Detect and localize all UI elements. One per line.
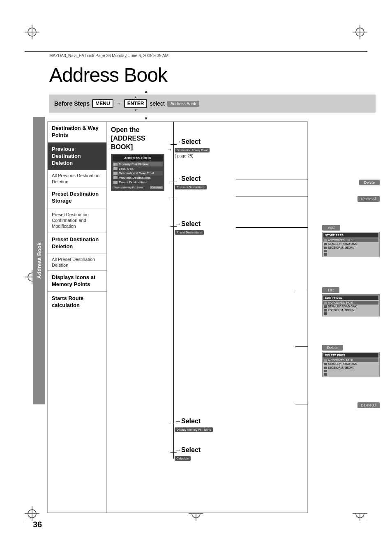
page-note-28: ( page 28)	[175, 154, 210, 158]
enter-down-arrow-icon: ▼	[134, 108, 138, 112]
open-addressbook-box: Open the [ADDRESS BOOK] ADDRESS BOOK Mem…	[111, 126, 164, 191]
chip-preset-destinations: Preset Destinations	[175, 230, 204, 235]
vertical-label-container: Address Book	[33, 117, 45, 404]
menu-item-4: Preset Destinations	[113, 180, 163, 185]
store-icon-2	[324, 247, 327, 249]
delete-all-btn-label: Delete All	[357, 196, 380, 202]
before-steps-bar: ▲ Before Steps MENU → ▲ ENTER ▼ select A…	[49, 95, 376, 113]
menu-item-1: dest. area	[113, 166, 163, 171]
page-title: Address Book	[49, 64, 167, 86]
menu-item-0: Memory Point/Home	[113, 162, 163, 166]
list-btn-label: List	[322, 287, 339, 293]
edit-icon-3	[324, 312, 327, 315]
h-line-del-preset	[295, 346, 308, 347]
menu-icon-2	[113, 172, 118, 175]
tick-2	[171, 182, 177, 182]
edit-icon-1	[324, 305, 327, 308]
delete-all-preset-btn-label: Delete All	[357, 402, 380, 408]
store-text-1: STANLEY ROAD OAK	[328, 242, 357, 245]
store-text-2: ES0B80RM, 5BCHN	[328, 246, 354, 249]
edit-text-1: STANLEY ROAD OAK	[328, 305, 357, 308]
store-row-0: ANPODIVES: 1U.0	[323, 238, 378, 242]
address-book-menu-panel: ADDRESS BOOK Memory Point/Home dest. are…	[111, 154, 164, 191]
menu-title: ADDRESS BOOK	[113, 155, 163, 161]
del-icon-1	[324, 363, 327, 365]
del-icon-4	[324, 373, 327, 376]
crosshair-top-right	[353, 25, 367, 39]
chip-destination-waypoint: Destination & Way Point	[175, 148, 210, 152]
h-line-del-all-preset	[295, 404, 308, 404]
before-steps-label: Before Steps	[54, 100, 90, 107]
tick-4	[171, 226, 177, 227]
select-label-4: →Select	[175, 418, 213, 425]
store-pres-title: STORE PRES	[323, 233, 378, 238]
select-label-2: →Select	[175, 175, 207, 182]
menu-icon-0	[113, 163, 118, 166]
enter-key[interactable]: ENTER	[124, 99, 148, 108]
edit-icon-0	[324, 302, 327, 304]
select-label-3: →Select	[175, 220, 204, 228]
main-diagram: Destination & Way Points Previous Destin…	[47, 121, 380, 513]
menu-btn-calculate: Calculate	[150, 186, 163, 189]
store-icon-0	[324, 239, 327, 242]
delete-button-prev: Delete	[359, 178, 380, 185]
menu-item-3: Previous Destinations	[113, 175, 163, 180]
del-icon-2	[324, 367, 327, 369]
delete-all-button-all-prev: Delete All	[357, 194, 380, 202]
store-text-0: ANPODIVES: 1U.0	[328, 239, 353, 242]
bottom-line	[25, 521, 367, 521]
chip-display-icons: Display Memory Pt... Icons	[175, 427, 213, 432]
page-number: 36	[33, 520, 42, 529]
sidebar-all-preset-deletion: All Preset Destination Deletion	[48, 254, 106, 271]
delete-all-button-all-preset: Delete All	[357, 401, 380, 408]
del-row-0: AK/P0DIVES: HU.0	[323, 358, 378, 362]
sidebar-preset-confirmation: Preset Destination Confirmation and Modi…	[48, 208, 106, 233]
del-text-2: ES0B80RM, 5BCHN	[328, 366, 354, 369]
delete-btn-label: Delete	[359, 180, 380, 185]
vertical-label: Address Book	[36, 242, 42, 279]
h-line-list	[295, 292, 308, 292]
enter-with-arrows: ▲ ENTER ▼	[124, 95, 148, 112]
right-panels-col: Delete Delete All Add STORE PRES ANPODIV…	[308, 121, 380, 513]
chip-calculate: Calculate	[175, 456, 191, 461]
open-addressbook-title: Open the [ADDRESS BOOK]	[111, 126, 164, 151]
main-vertical-line	[173, 122, 174, 459]
del-text-0: AK/P0DIVES: HU.0	[328, 359, 353, 362]
add-btn-label: Add	[322, 225, 340, 231]
add-section: Add STORE PRES ANPODIVES: 1U.0 STANLEY R…	[322, 223, 380, 257]
del-row-2: ES0B80RM, 5BCHN	[323, 366, 378, 369]
store-icon-4	[324, 253, 327, 256]
address-book-chip: Address Book	[167, 101, 199, 107]
sidebar-previous-deletion: Previous Destination Deletion	[48, 143, 106, 171]
arrow-right: →	[116, 100, 122, 107]
edit-row-3	[323, 312, 378, 315]
menu-icon-4	[113, 181, 118, 184]
edit-icon-2	[324, 309, 327, 312]
file-info: MAZDA3_Navi_EA.book Page 36 Monday, June…	[49, 53, 168, 59]
store-pres-panel: STORE PRES ANPODIVES: 1U.0 STANLEY ROAD …	[322, 232, 380, 257]
tick-3	[171, 198, 177, 198]
store-row-1: STANLEY ROAD OAK	[323, 242, 378, 246]
delete-section-preset: Delete DELETE PRES AK/P0DIVES: HU.0 STAN…	[322, 343, 380, 377]
del-icon-3	[324, 370, 327, 372]
edit-prese-panel: EDIT PRESE AK/P0DIVES: HU.0 STANLEY ROAD…	[322, 294, 380, 316]
select-preset-destinations: →Select Preset Destinations	[175, 220, 204, 235]
edit-prese-title: EDIT PRESE	[323, 295, 378, 300]
tick-5	[171, 424, 177, 424]
top-line	[25, 51, 367, 52]
edit-row-1: STANLEY ROAD OAK	[323, 305, 378, 308]
store-row-4	[323, 253, 378, 256]
del-row-4	[323, 373, 378, 376]
menu-key[interactable]: MENU	[92, 99, 113, 108]
menu-icon-3	[113, 176, 118, 179]
edit-text-2: ES0B80RM, 5BCHN	[328, 309, 354, 312]
select-label-5: →Select	[175, 446, 201, 454]
store-icon-1	[324, 243, 327, 245]
h-line-prev-del	[236, 180, 308, 180]
left-sidebar: Destination & Way Points Previous Destin…	[47, 121, 107, 513]
list-section: List EDIT PRESE AK/P0DIVES: HU.0 STANLEY…	[322, 286, 380, 316]
del-icon-0	[324, 359, 327, 362]
sidebar-all-previous-deletion: All Previous Destination Deletion	[48, 170, 106, 187]
h-line-preset-add	[236, 227, 308, 228]
select-label-1: →Select	[175, 138, 210, 145]
